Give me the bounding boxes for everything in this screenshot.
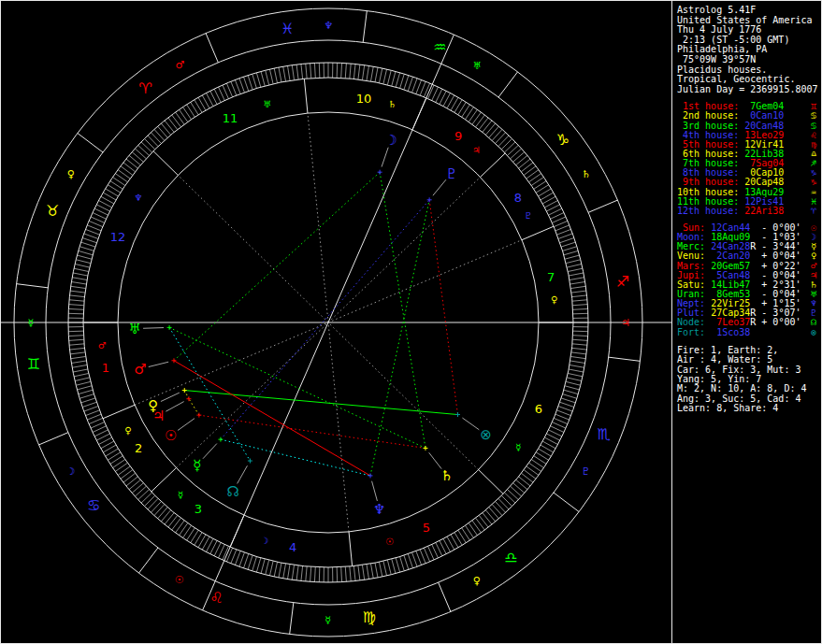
sign-ruler-icon: ♃ (621, 317, 630, 329)
house-ruler-icon: ♀ (124, 425, 131, 436)
sign-aries-icon: ♈ (138, 79, 151, 97)
house-number: 6 (535, 402, 542, 416)
house-number: 2 (135, 441, 142, 455)
planet-latitude: + 0°00' (761, 317, 800, 327)
house-ruler-icon: ☿ (178, 490, 183, 500)
house-number: 7 (547, 270, 555, 284)
house-number: 12 (110, 230, 126, 244)
house-ruler-icon: ♂ (98, 340, 107, 351)
sign-pisces-icon: ♓ (281, 20, 294, 37)
zodiac-sign-icon: ♈ (811, 207, 816, 216)
house-number: 4 (289, 540, 296, 554)
planet-node-icon: ☊ (227, 483, 239, 500)
house-ruler-icon: ☽ (260, 536, 268, 546)
planet-moon-icon: ☽ (384, 132, 397, 149)
planet-sun-icon: ☉ (165, 427, 177, 444)
sign-ruler-icon: ♇ (581, 465, 590, 478)
house-number: 3 (195, 502, 202, 516)
astrolog-window: ♈♂♉♀♊☿♋☽♌☉♍☿♎♀♏♇♐♃♑♄♒♅♓♆1♂2♀3☿4☽5☉6☿7♀8♇… (0, 0, 822, 644)
sign-cancer-icon: ♋ (87, 496, 100, 514)
header-line: Astrolog 5.41F (677, 6, 821, 16)
natal-chart-wheel: ♈♂♉♀♊☿♋☽♌☉♍☿♎♀♏♇♐♃♑♄♒♅♓♆1♂2♀3☿4☽5☉6☿7♀8♇… (1, 1, 671, 643)
chart-statistics: Fire: 1, Earth: 2,Air : 4, Water: 5Car: … (677, 346, 821, 414)
chart-header: Astrolog 5.41FUnited States of AmericaTh… (677, 6, 821, 94)
sign-ruler-icon: ☽ (65, 465, 75, 478)
sign-taurus-icon: ♉ (46, 202, 59, 220)
planet-icon: ⊗ (811, 328, 816, 337)
planet-neptune-icon: ♆ (373, 501, 385, 518)
house-ruler-icon: ♀ (551, 294, 557, 305)
header-line: 75°09W 39°57N (677, 55, 821, 65)
house-ruler-icon: ♃ (472, 145, 481, 155)
sign-ruler-icon: ♀ (473, 575, 481, 587)
planet-label: Fort: (677, 327, 711, 337)
sign-gemini-icon: ♊ (27, 355, 40, 373)
house-ruler-icon: ♄ (388, 99, 397, 109)
house-number: 1 (102, 361, 109, 375)
stats-line: Air : 4, Water: 5 (677, 355, 821, 365)
planet-uranus-icon: ♅ (128, 321, 140, 337)
sign-ruler-icon: ♀ (67, 168, 75, 180)
planet-saturn-icon: ♄ (440, 467, 453, 484)
house-number: 11 (223, 111, 238, 125)
planet-row: Fort: 1Sco38 ⊗ (677, 328, 821, 337)
planet-position-value: 1Sco38 (711, 327, 750, 337)
house-number: 10 (356, 92, 372, 106)
house-number: 8 (514, 191, 522, 205)
sign-virgo-icon: ♍ (363, 608, 376, 626)
sign-leo-icon: ♌ (209, 589, 223, 607)
house-ruler-icon: ☉ (385, 537, 394, 547)
house-label: 12th house: (677, 206, 744, 216)
sign-capricorn-icon: ♑ (556, 131, 570, 149)
planet-positions-list: Sun: 12Can44 - 0°00'☉Moon: 18Aqu09 - 1°0… (677, 223, 821, 337)
sign-ruler-icon: ♆ (324, 20, 333, 32)
sign-ruler-icon: ☿ (324, 614, 331, 626)
house-cusps-list: 1st house: 7Gem04♊ 2nd house: 0Can10♋ 3r… (677, 102, 821, 216)
header-line: Julian Day = 2369915.8007 (677, 85, 821, 95)
planet-fortune-icon: ⊗ (480, 426, 492, 443)
house-ruler-icon: ♇ (525, 210, 533, 221)
sign-sagittarius-icon: ♐ (616, 273, 629, 291)
house-ruler-icon: ☿ (515, 442, 521, 452)
house-ruler-icon: ♆ (134, 193, 142, 203)
sign-ruler-icon: ☉ (175, 574, 184, 586)
house-cusp-value: 22Ari38 (744, 206, 784, 216)
sign-scorpio-icon: ♏ (598, 425, 611, 443)
house-ruler-icon: ♅ (263, 99, 271, 109)
sign-ruler-icon: ♂ (175, 59, 184, 71)
sign-ruler-icon: ♅ (472, 60, 482, 72)
planet-mars-icon: ♂ (134, 361, 146, 378)
sign-ruler-icon: ☿ (28, 317, 35, 329)
sign-aquarius-icon: ♒ (433, 38, 446, 56)
info-sidebar: Astrolog 5.41FUnited States of AmericaTh… (671, 1, 821, 643)
sign-ruler-icon: ♄ (582, 168, 591, 180)
retrograde-flag (750, 327, 761, 337)
house-cusp-row: 12th house: 22Ari38♈ (677, 207, 821, 216)
house-number: 9 (454, 129, 462, 143)
stats-line: Learn: 8, Share: 4 (677, 404, 821, 413)
sign-libra-icon: ♎ (504, 549, 517, 566)
planet-mercury-icon: ☿ (193, 457, 201, 474)
planet-pluto-icon: ♇ (445, 165, 457, 182)
house-number: 5 (423, 521, 430, 535)
planet-jupiter-icon: ♃ (152, 408, 165, 424)
